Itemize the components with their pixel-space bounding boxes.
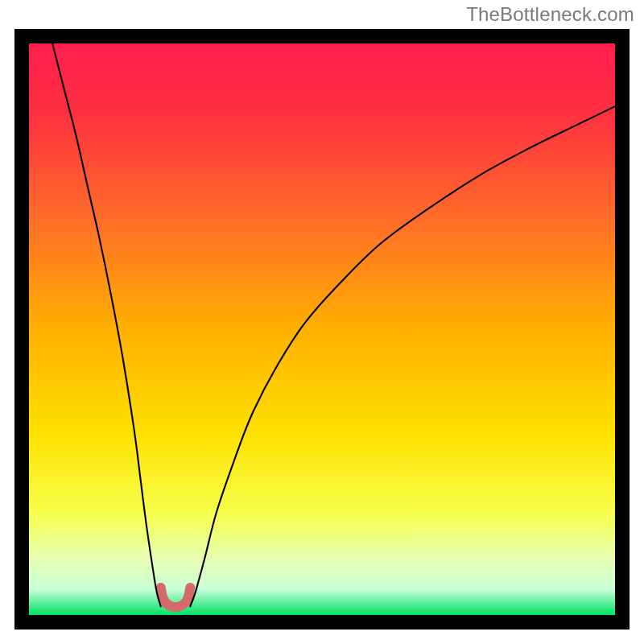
chart-frame: TheBottleneck.com — [0, 0, 644, 644]
watermark-text: TheBottleneck.com — [466, 3, 634, 26]
bottleneck-chart — [29, 43, 615, 615]
